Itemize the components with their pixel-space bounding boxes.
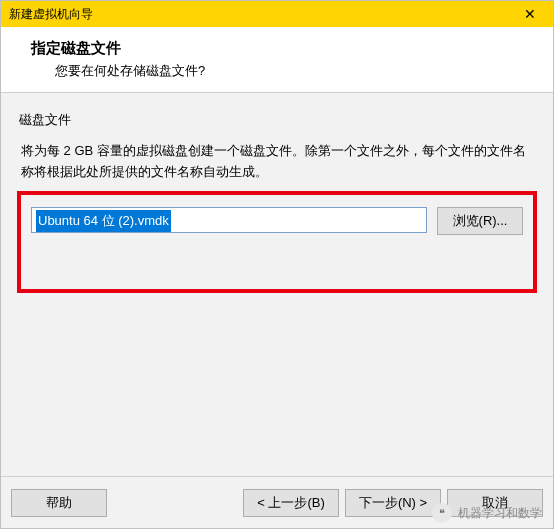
- close-icon: ✕: [524, 6, 536, 22]
- window-title: 新建虚拟机向导: [9, 6, 509, 23]
- selected-text: Ubuntu 64 位 (2).vmdk: [36, 210, 171, 232]
- cancel-button[interactable]: 取消: [447, 489, 543, 517]
- next-button[interactable]: 下一步(N) >: [345, 489, 441, 517]
- wizard-header: 指定磁盘文件 您要在何处存储磁盘文件?: [1, 27, 553, 93]
- group-label: 磁盘文件: [17, 111, 537, 129]
- help-button[interactable]: 帮助: [11, 489, 107, 517]
- close-button[interactable]: ✕: [509, 2, 551, 26]
- back-button[interactable]: < 上一步(B): [243, 489, 339, 517]
- highlighted-area: Ubuntu 64 位 (2).vmdk 浏览(R)...: [17, 191, 537, 293]
- page-heading: 指定磁盘文件: [31, 39, 535, 58]
- wizard-content: 磁盘文件 将为每 2 GB 容量的虚拟磁盘创建一个磁盘文件。除第一个文件之外，每…: [1, 93, 553, 476]
- wizard-footer: 帮助 < 上一步(B) 下一步(N) > 取消 ❝ 机器学习和数学: [1, 476, 553, 528]
- disk-description: 将为每 2 GB 容量的虚拟磁盘创建一个磁盘文件。除第一个文件之外，每个文件的文…: [21, 141, 533, 183]
- browse-button[interactable]: 浏览(R)...: [437, 207, 523, 235]
- titlebar: 新建虚拟机向导 ✕: [1, 1, 553, 27]
- page-subheading: 您要在何处存储磁盘文件?: [31, 62, 535, 80]
- wizard-dialog: 新建虚拟机向导 ✕ 指定磁盘文件 您要在何处存储磁盘文件? 磁盘文件 将为每 2…: [0, 0, 554, 529]
- disk-filename-input[interactable]: Ubuntu 64 位 (2).vmdk: [31, 207, 427, 233]
